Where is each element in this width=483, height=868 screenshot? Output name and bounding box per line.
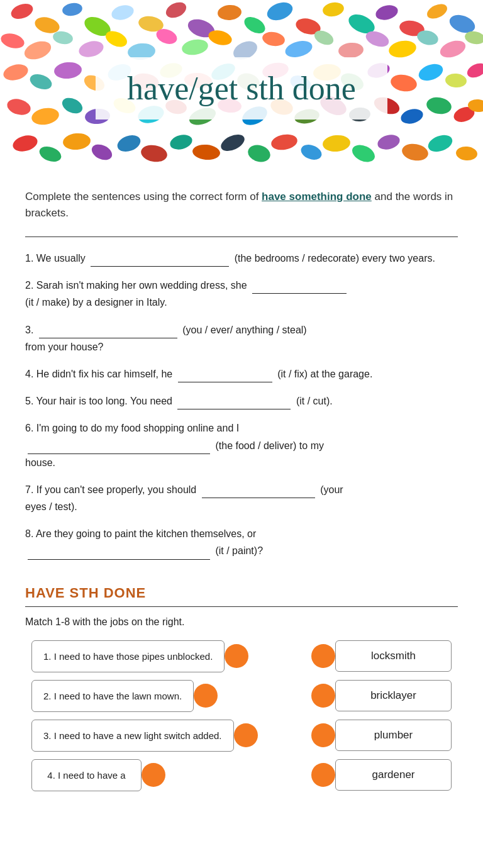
s6-after: (the food / deliver) to my [215, 440, 324, 451]
s5-blank[interactable] [177, 397, 291, 409]
match-left-label-2: 2. I need to have the lawn mown. [43, 691, 182, 701]
s6-before: 6. I'm going to do my food shopping onli… [25, 423, 239, 433]
match-left-label-3: 3. I need to have a new light switch add… [43, 730, 222, 741]
right-connector-dot-1[interactable] [311, 644, 335, 668]
sentence-5: 5. Your hair is too long. You need (it /… [25, 392, 458, 409]
match-left-box-4: 4. I need to have a [31, 759, 142, 791]
s8-after: (it / paint)? [215, 545, 263, 556]
s7-blank[interactable] [202, 486, 315, 498]
match-right-label-1: locksmith [371, 650, 416, 662]
match-left-2: 2. I need to have the lawn mown. [31, 680, 218, 712]
instruction-bold: have something done [262, 191, 372, 203]
s2-before: 2. Sarah isn't making her own wedding dr… [25, 280, 250, 291]
match-left-1: 1. I need to have those pipes unblocked. [31, 640, 248, 672]
match-left-box-2: 2. I need to have the lawn mown. [31, 680, 194, 712]
sentence-7: 7. If you can't see properly, you should… [25, 481, 458, 515]
match-left-label-1: 1. I need to have those pipes unblocked. [43, 651, 213, 662]
sentence-8: 8. Are they going to paint the kitchen t… [25, 525, 458, 559]
left-connector-dot-4[interactable] [142, 763, 165, 787]
match-row-3: 3. I need to have a new light switch add… [31, 720, 452, 752]
s8-before: 8. Are they going to paint the kitchen t… [25, 528, 256, 539]
match-right-3: plumber [311, 720, 452, 751]
s6-after2: house. [25, 457, 55, 468]
s4-after: (it / fix) at the garage. [277, 369, 372, 379]
match-right-1: locksmith [311, 640, 452, 672]
main-content: Complete the sentences using the correct… [0, 176, 483, 816]
s5-after: (it / cut). [296, 396, 333, 406]
s1-number: 1. We usually [25, 253, 88, 264]
match-right-box-2: bricklayer [335, 680, 452, 711]
s5-before: 5. Your hair is too long. You need [25, 396, 175, 406]
left-connector-dot-1[interactable] [225, 644, 248, 668]
have-sth-done-section: HAVE STH DONE Match 1-8 with the jobs on… [25, 585, 458, 791]
s3-after2: from your house? [25, 342, 104, 352]
match-right-4: gardener [311, 759, 452, 791]
section-heading: HAVE STH DONE [25, 585, 458, 601]
match-left-label-4: 4. I need to have a [47, 770, 125, 781]
right-connector-dot-2[interactable] [311, 684, 335, 708]
s7-before: 7. If you can't see properly, you should [25, 484, 199, 495]
s8-blank[interactable] [28, 547, 210, 560]
s2-blank[interactable] [252, 281, 347, 294]
s1-blank[interactable] [91, 254, 229, 267]
s2-after: (it / make) by a designer in Italy. [25, 297, 167, 308]
s3-number: 3. [25, 325, 36, 335]
right-connector-dot-4[interactable] [311, 763, 335, 787]
match-right-box-3: plumber [335, 720, 452, 751]
s4-blank[interactable] [178, 370, 272, 382]
s7-after: (your [320, 484, 343, 495]
s3-blank[interactable] [39, 326, 177, 338]
header-title-box: have/get sth done [96, 57, 387, 120]
section-divider-2 [25, 606, 458, 607]
match-row-2: 2. I need to have the lawn mown. brickla… [31, 680, 452, 712]
s4-before: 4. He didn't fix his car himself, he [25, 369, 175, 379]
match-left-box-3: 3. I need to have a new light switch add… [31, 720, 234, 752]
match-right-box-4: gardener [335, 759, 452, 791]
right-connector-dot-3[interactable] [311, 723, 335, 747]
instruction-before: Complete the sentences using the correct… [25, 191, 262, 203]
sentence-6: 6. I'm going to do my food shopping onli… [25, 420, 458, 471]
sentence-2: 2. Sarah isn't making her own wedding dr… [25, 277, 458, 311]
match-right-label-4: gardener [372, 769, 414, 781]
sentence-4: 4. He didn't fix his car himself, he (it… [25, 365, 458, 382]
match-right-2: bricklayer [311, 680, 452, 711]
left-connector-dot-3[interactable] [234, 723, 258, 747]
sentence-1: 1. We usually (the bedrooms / redecorate… [25, 250, 458, 267]
sentences-section: 1. We usually (the bedrooms / redecorate… [25, 250, 458, 560]
match-right-label-2: bricklayer [370, 689, 416, 701]
left-connector-dot-2[interactable] [194, 684, 218, 708]
page-title: have/get sth done [127, 70, 356, 107]
match-row-4: 4. I need to have a gardener [31, 759, 452, 791]
match-row-1: 1. I need to have those pipes unblocked.… [31, 640, 452, 672]
instruction-text: Complete the sentences using the correct… [25, 189, 458, 221]
header-banner: have/get sth done [0, 0, 483, 176]
s7-after2: eyes / test). [25, 501, 77, 512]
s1-after: (the bedrooms / redecorate) every two ye… [235, 253, 435, 264]
s6-blank[interactable] [28, 442, 210, 454]
s3-after: (you / ever/ anything / steal) [182, 325, 306, 335]
match-right-label-3: plumber [374, 729, 413, 741]
match-left-4: 4. I need to have a [31, 759, 165, 791]
match-left-3: 3. I need to have a new light switch add… [31, 720, 258, 752]
section-divider-top [25, 236, 458, 237]
match-right-box-1: locksmith [335, 640, 452, 672]
match-left-box-1: 1. I need to have those pipes unblocked. [31, 640, 225, 672]
match-container: 1. I need to have those pipes unblocked.… [25, 640, 458, 791]
match-instruction: Match 1-8 with the jobs on the right. [25, 616, 458, 628]
sentence-3: 3. (you / ever/ anything / steal) from y… [25, 321, 458, 355]
